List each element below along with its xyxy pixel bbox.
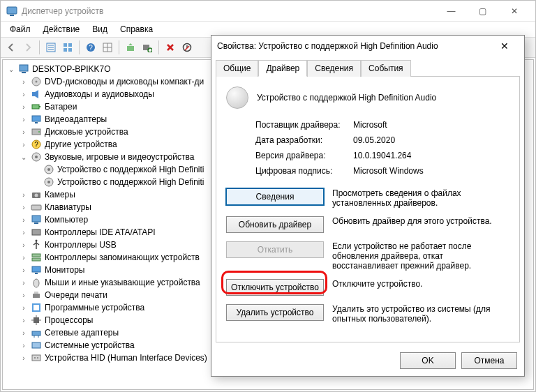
- tree-item-label: Мыши и иные указывающие устройства: [45, 278, 200, 287]
- svg-rect-43: [32, 229, 40, 235]
- update-driver-icon[interactable]: [123, 40, 138, 55]
- tab-general[interactable]: Общие: [216, 60, 258, 77]
- svg-rect-26: [32, 116, 40, 121]
- tree-item-label: Камеры: [45, 190, 75, 199]
- properties-icon[interactable]: [43, 40, 59, 55]
- device-category-icon: [31, 277, 42, 288]
- uninstall-icon[interactable]: [163, 40, 178, 55]
- menu-file[interactable]: Файл: [5, 23, 36, 36]
- device-category-icon: [31, 126, 42, 137]
- disable-device-button[interactable]: Отключить устройство: [226, 279, 324, 296]
- svg-rect-42: [34, 223, 38, 224]
- device-category-icon: [31, 327, 42, 338]
- scan-hardware-icon[interactable]: [140, 40, 155, 55]
- tree-item-label: Дисковые устройства: [45, 127, 128, 137]
- tree-item-label: Системные устройства: [45, 340, 135, 350]
- device-category-icon: [31, 264, 42, 276]
- tab-driver[interactable]: Драйвер: [258, 60, 307, 77]
- dialog-close-button[interactable]: ✕: [491, 40, 519, 52]
- svg-point-33: [35, 156, 38, 158]
- svg-rect-0: [7, 7, 17, 14]
- tree-item-label: Звуковые, игровые и видеоустройства: [45, 152, 194, 162]
- svg-point-39: [35, 194, 38, 197]
- menu-action[interactable]: Действие: [38, 23, 85, 36]
- sign-label: Цифровая подпись:: [255, 166, 353, 176]
- rollback-driver-button[interactable]: Откатить: [226, 241, 324, 258]
- tab-panel-driver: Устройство с поддержкой High Definition …: [216, 76, 520, 342]
- svg-rect-62: [32, 342, 40, 348]
- back-button[interactable]: [3, 40, 19, 55]
- device-category-icon: [31, 302, 42, 313]
- tree-item-label: DVD-дисководы и дисководы компакт-ди: [45, 77, 204, 86]
- speaker-icon: [43, 176, 54, 188]
- device-category-icon: [31, 227, 42, 238]
- device-category-icon: [31, 214, 42, 225]
- tree-item-label: Клавиатуры: [45, 202, 91, 212]
- provider-label: Поставщик драйвера:: [255, 120, 353, 130]
- svg-rect-25: [39, 106, 40, 107]
- svg-text:?: ?: [34, 141, 38, 149]
- svg-rect-63: [32, 355, 40, 361]
- speaker-icon: [31, 151, 42, 163]
- date-value: 09.05.2020: [353, 135, 509, 145]
- maximize-button[interactable]: ▢: [467, 1, 498, 21]
- minimize-button[interactable]: —: [436, 1, 467, 21]
- disable-device-desc: Отключите устройство.: [332, 279, 509, 289]
- dialog-titlebar[interactable]: Свойства: Устройство с поддержкой High D…: [211, 36, 524, 56]
- close-button[interactable]: ✕: [498, 1, 530, 21]
- svg-point-44: [36, 240, 38, 242]
- tree-item-label: Очереди печати: [45, 290, 107, 300]
- cancel-button[interactable]: Отмена: [461, 352, 517, 369]
- device-category-icon: [31, 202, 42, 213]
- svg-point-65: [37, 357, 38, 359]
- tree-leaf-label: Устройство с поддержкой High Definiti: [57, 165, 204, 174]
- version-label: Версия драйвера:: [255, 151, 353, 160]
- driver-details-button[interactable]: Сведения: [226, 188, 324, 205]
- grid1-icon[interactable]: [60, 40, 75, 55]
- update-driver-button[interactable]: Обновить драйвер: [226, 216, 324, 233]
- svg-point-64: [34, 357, 36, 359]
- svg-rect-27: [35, 122, 38, 123]
- svg-rect-6: [64, 43, 67, 47]
- grid2-icon[interactable]: [100, 40, 115, 55]
- help-icon[interactable]: ?: [83, 40, 98, 55]
- svg-rect-8: [64, 48, 67, 52]
- device-category-icon: [31, 101, 42, 112]
- forward-button[interactable]: [20, 40, 36, 55]
- titlebar[interactable]: Диспетчер устройств — ▢ ✕: [1, 1, 535, 22]
- device-category-icon: [31, 352, 42, 363]
- device-category-icon: [31, 239, 42, 250]
- driver-details-desc: Просмотреть сведения о файлах установлен…: [332, 188, 509, 208]
- speaker-icon: [226, 86, 248, 109]
- tree-item-label: Другие устройства: [45, 140, 117, 149]
- svg-point-49: [34, 279, 39, 287]
- provider-value: Microsoft: [353, 120, 509, 130]
- device-category-icon: ?: [31, 139, 42, 150]
- speaker-icon: [43, 164, 54, 175]
- svg-rect-51: [34, 292, 38, 294]
- tab-events[interactable]: События: [361, 60, 411, 77]
- svg-rect-24: [32, 105, 39, 109]
- svg-point-37: [47, 181, 50, 183]
- menu-view[interactable]: Вид: [87, 23, 112, 36]
- svg-rect-1: [10, 15, 14, 16]
- device-category-icon: [31, 76, 42, 87]
- device-category-icon: [31, 189, 42, 200]
- svg-rect-15: [127, 46, 134, 51]
- tabstrip: Общие Драйвер Сведения События: [211, 59, 524, 76]
- svg-rect-19: [20, 65, 28, 71]
- update-driver-desc: Обновить драйвер для этого устройства.: [332, 216, 509, 226]
- uninstall-device-button[interactable]: Удалить устройство: [226, 304, 324, 321]
- disable-icon[interactable]: [179, 40, 195, 55]
- tab-details[interactable]: Сведения: [307, 60, 361, 77]
- svg-rect-20: [22, 72, 26, 73]
- ok-button[interactable]: OK: [400, 352, 456, 369]
- tree-item-label: Контроллеры USB: [45, 240, 117, 250]
- svg-text:?: ?: [89, 44, 93, 52]
- tree-item-label: Процессоры: [45, 315, 94, 325]
- svg-rect-53: [34, 305, 39, 310]
- tree-item-label: Контроллеры запоминающих устройств: [45, 252, 200, 262]
- app-icon: [6, 6, 17, 17]
- menu-help[interactable]: Справка: [115, 23, 158, 36]
- uninstall-device-desc: Удалить это устройство из системы (для о…: [332, 304, 509, 324]
